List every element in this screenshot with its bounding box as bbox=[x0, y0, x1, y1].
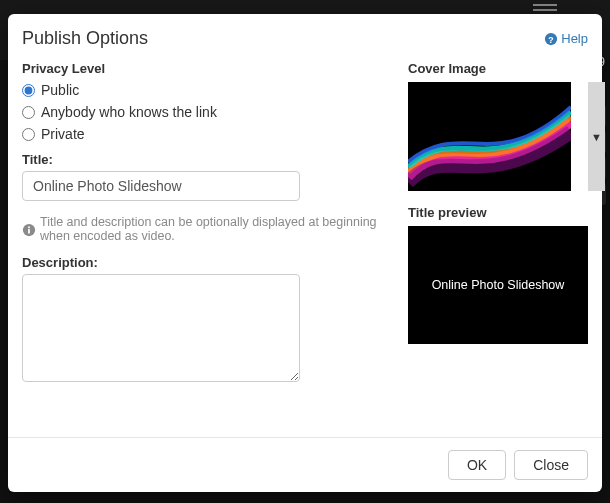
ok-button[interactable]: OK bbox=[448, 450, 506, 480]
cover-image-thumb bbox=[408, 82, 571, 191]
privacy-radio-group: Public Anybody who knows the link Privat… bbox=[22, 82, 396, 142]
title-preview-text: Online Photo Slideshow bbox=[432, 278, 565, 292]
dialog-title: Publish Options bbox=[22, 28, 148, 49]
dialog-header: Publish Options ? Help bbox=[8, 14, 602, 59]
publish-options-dialog: Publish Options ? Help Privacy Level Pub… bbox=[8, 14, 602, 492]
svg-rect-3 bbox=[28, 229, 30, 233]
cover-image-picker[interactable]: ▼ bbox=[408, 82, 588, 191]
privacy-label: Privacy Level bbox=[22, 61, 396, 76]
title-input[interactable] bbox=[22, 171, 300, 201]
help-label: Help bbox=[561, 31, 588, 46]
title-label: Title: bbox=[22, 152, 396, 167]
title-preview-box: Online Photo Slideshow bbox=[408, 226, 588, 344]
cover-dropdown-icon[interactable]: ▼ bbox=[588, 82, 605, 191]
svg-rect-4 bbox=[28, 226, 30, 228]
description-label: Description: bbox=[22, 255, 396, 270]
privacy-option-label: Anybody who knows the link bbox=[41, 104, 217, 120]
svg-text:?: ? bbox=[549, 34, 554, 44]
privacy-option-label: Private bbox=[41, 126, 85, 142]
hint-text: Title and description can be optionally … bbox=[40, 215, 396, 243]
help-icon: ? bbox=[544, 32, 558, 46]
close-button[interactable]: Close bbox=[514, 450, 588, 480]
privacy-radio-private[interactable] bbox=[22, 128, 35, 141]
privacy-radio-public[interactable] bbox=[22, 84, 35, 97]
info-icon bbox=[22, 223, 36, 237]
cover-image-label: Cover Image bbox=[408, 61, 588, 76]
description-input[interactable] bbox=[22, 274, 300, 382]
hint-row: Title and description can be optionally … bbox=[22, 215, 396, 243]
privacy-option-label: Public bbox=[41, 82, 79, 98]
dialog-footer: OK Close bbox=[8, 437, 602, 492]
privacy-radio-link[interactable] bbox=[22, 106, 35, 119]
help-link[interactable]: ? Help bbox=[544, 31, 588, 46]
title-preview-label: Title preview bbox=[408, 205, 588, 220]
